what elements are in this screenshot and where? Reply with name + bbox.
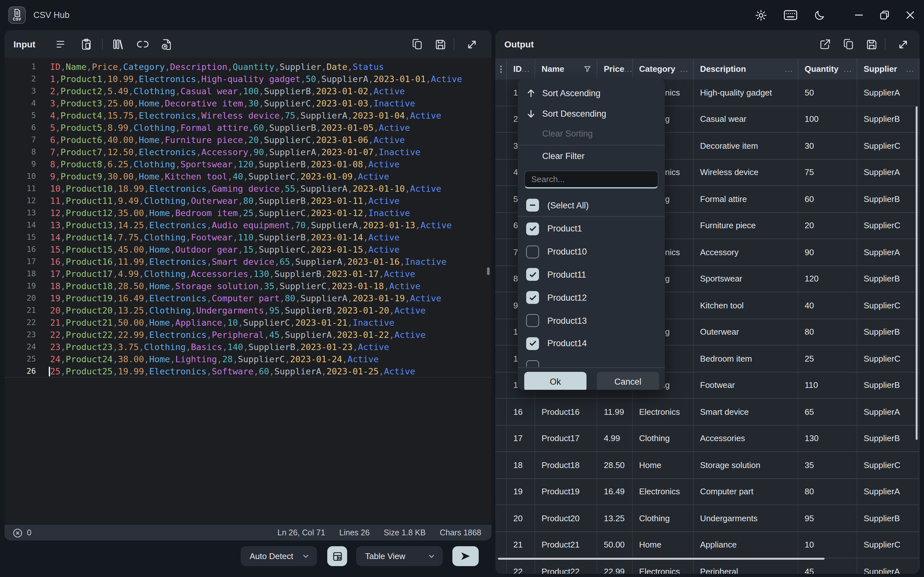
table-row[interactable]: 16Product1611.99ElectronicsSmart device6…: [495, 399, 919, 425]
table-cell: Product22: [535, 558, 598, 574]
sort-descending-item[interactable]: Sort Descending: [518, 103, 665, 124]
settings-gear-icon[interactable]: [754, 9, 767, 21]
column-header-label: Category: [639, 64, 675, 74]
column-header-id[interactable]: ID...: [507, 58, 535, 79]
filter-funnel-icon[interactable]: [583, 65, 597, 73]
column-menu-ellipsis[interactable]: ...: [680, 64, 693, 73]
editor-line[interactable]: 1ID,Name,Price,Category,Description,Quan…: [5, 61, 491, 73]
column-header-price[interactable]: Price...: [598, 58, 633, 79]
table-row[interactable]: 19Product1916.49ElectronicsComputer part…: [495, 479, 919, 505]
table-cell: Undergarments: [694, 505, 798, 531]
library-columns-icon[interactable]: [111, 30, 124, 58]
keyboard-icon[interactable]: [783, 9, 798, 21]
checkbox-checked[interactable]: [526, 268, 539, 281]
editor-line[interactable]: 1615,Product15,45.00,Home,Outdoor gear,1…: [5, 243, 491, 256]
editor-line[interactable]: 54,Product4,15.75,Electronics,Wireless d…: [5, 110, 491, 122]
checkbox-unchecked[interactable]: [526, 245, 539, 258]
clear-filter-item[interactable]: Clear Filter: [518, 146, 665, 166]
filter-value-item[interactable]: Product11: [518, 263, 665, 286]
row-menu-icon[interactable]: [495, 58, 507, 79]
checkbox-checked[interactable]: [526, 222, 539, 235]
editor-line[interactable]: 1211,Product11,9.49,Clothing,Outerwear,8…: [5, 195, 491, 207]
minimize-button[interactable]: [854, 10, 864, 20]
editor-scrollbar[interactable]: [487, 268, 489, 275]
column-menu-ellipsis[interactable]: ...: [785, 64, 798, 73]
editor-line[interactable]: 2019,Product19,16.49,Electronics,Compute…: [5, 292, 491, 305]
editor-line[interactable]: 2221,Product21,50.00,Home,Appliance,10,S…: [5, 317, 491, 329]
cancel-button[interactable]: Cancel: [597, 372, 659, 390]
save-input-icon[interactable]: [434, 30, 447, 58]
checkbox-unchecked[interactable]: [526, 314, 539, 327]
checkbox-unchecked[interactable]: [526, 360, 539, 367]
editor-line[interactable]: 98,Product8,6.25,Clothing,Sportswear,120…: [5, 158, 491, 171]
parse-mode-dropdown[interactable]: Auto Detect: [241, 546, 317, 566]
column-header-description[interactable]: Description...: [694, 58, 798, 79]
editor-line[interactable]: 2625,Product25,19.99,Electronics,Softwar…: [5, 366, 491, 378]
link-icon[interactable]: [136, 30, 149, 58]
editor-line[interactable]: 32,Product2,5.49,Clothing,Casual wear,10…: [5, 85, 491, 97]
checkbox-checked[interactable]: [526, 337, 539, 350]
maximize-restore-button[interactable]: [880, 10, 889, 20]
table-row[interactable]: 18Product1828.50HomeStorage solution35Su…: [495, 452, 919, 479]
table-row[interactable]: 17Product174.99ClothingAccessories130Sup…: [495, 425, 919, 452]
table-row[interactable]: 20Product2013.25ClothingUndergarments95S…: [495, 505, 919, 532]
column-menu-ellipsis[interactable]: ...: [522, 64, 535, 73]
editor-line[interactable]: 1110,Product10,18.99,Electronics,Gaming …: [5, 183, 491, 195]
table-row[interactable]: 22Product2222.99ElectronicsPeripheral45S…: [495, 558, 919, 574]
copy-input-icon[interactable]: [411, 30, 423, 58]
ok-button[interactable]: Ok: [524, 372, 586, 390]
editor-line[interactable]: 76,Product6,40.00,Home,Furniture piece,2…: [5, 134, 491, 146]
editor-line[interactable]: 1312,Product12,35.00,Home,Bedroom item,2…: [5, 207, 491, 219]
sort-ascending-item[interactable]: Sort Ascending: [518, 83, 665, 103]
table-vertical-scrollbar[interactable]: [915, 106, 918, 440]
editor-line[interactable]: 2524,Product24,38.00,Home,Lighting,28,Su…: [5, 353, 491, 366]
editor-line[interactable]: 21,Product1,10.99,Electronics,High-quali…: [5, 73, 491, 85]
save-output-icon[interactable]: [865, 30, 878, 58]
filter-value-item[interactable]: Product10: [518, 240, 665, 263]
import-file-icon[interactable]: [160, 30, 173, 58]
view-mode-dropdown[interactable]: Table View: [356, 546, 443, 566]
column-menu-ellipsis[interactable]: ...: [624, 64, 633, 73]
editor-line[interactable]: 2322,Product22,22.99,Electronics,Periphe…: [5, 329, 491, 341]
filter-value-item[interactable]: Product14: [518, 332, 665, 355]
editor-line[interactable]: 2423,Product23,3.75,Clothing,Basics,140,…: [5, 341, 491, 353]
column-header-name[interactable]: Name: [535, 58, 598, 79]
share-export-icon[interactable]: [819, 30, 832, 58]
column-header-category[interactable]: Category...: [633, 58, 694, 79]
copy-output-icon[interactable]: [842, 30, 855, 58]
paste-clipboard-icon[interactable]: [79, 30, 92, 58]
table-row[interactable]: 21Product2150.00HomeAppliance10SupplierC: [495, 532, 919, 558]
filter-value-item[interactable]: (Select All): [518, 195, 665, 215]
checkbox-checked[interactable]: [526, 292, 539, 304]
editor-line[interactable]: 1413,Product13,14.25,Electronics,Audio e…: [5, 219, 491, 231]
editor-line[interactable]: 43,Product3,25.00,Home,Decorative item,3…: [5, 97, 491, 110]
editor-line[interactable]: 2120,Product20,13.25,Clothing,Undergarme…: [5, 305, 491, 317]
editor-line[interactable]: 1514,Product14,7.75,Clothing,Footwear,11…: [5, 231, 491, 243]
filter-value-item[interactable]: Product13: [518, 309, 665, 332]
column-header-quantity[interactable]: Quantity...: [798, 58, 857, 79]
convert-send-button[interactable]: [452, 546, 479, 566]
filter-value-item[interactable]: [518, 355, 665, 367]
table-layout-button[interactable]: [327, 546, 347, 566]
filter-search-input[interactable]: [524, 171, 658, 189]
editor-line[interactable]: 109,Product9,30.00,Home,Kitchen tool,40,…: [5, 171, 491, 183]
close-button[interactable]: [905, 10, 915, 20]
filter-value-item[interactable]: Product12: [518, 286, 665, 309]
csv-editor[interactable]: 1ID,Name,Price,Category,Description,Quan…: [5, 58, 491, 524]
editor-line[interactable]: 87,Product7,12.50,Electronics,Accessory,…: [5, 146, 491, 158]
checkbox-indeterminate[interactable]: [526, 199, 539, 211]
table-horizontal-scrollbar[interactable]: [498, 558, 825, 560]
expand-output-icon[interactable]: [897, 30, 909, 58]
sample-data-icon[interactable]: [55, 30, 67, 58]
filter-value-item[interactable]: Product1: [518, 218, 665, 240]
editor-line[interactable]: 1918,Product18,28.50,Home,Storage soluti…: [5, 280, 491, 292]
column-menu-ellipsis[interactable]: ...: [906, 64, 919, 73]
editor-line[interactable]: 65,Product5,8.99,Clothing,Formal attire,…: [5, 122, 491, 134]
clear-sorting-item[interactable]: Clear Sorting: [518, 124, 665, 144]
dark-mode-moon-icon[interactable]: [814, 9, 825, 21]
column-menu-ellipsis[interactable]: ...: [844, 64, 857, 73]
editor-line[interactable]: 1817,Product17,4.99,Clothing,Accessories…: [5, 268, 491, 280]
expand-input-icon[interactable]: [465, 30, 478, 58]
editor-line[interactable]: 1716,Product16,11.99,Electronics,Smart d…: [5, 256, 491, 268]
column-header-supplier[interactable]: Supplier...: [857, 58, 919, 79]
